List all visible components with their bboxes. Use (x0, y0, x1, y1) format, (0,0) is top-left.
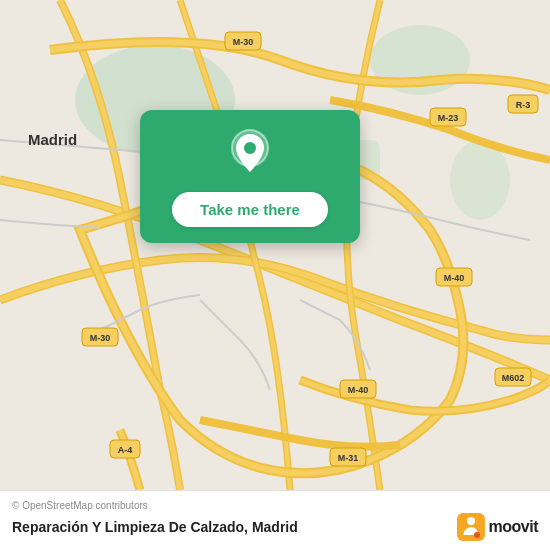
svg-point-3 (450, 140, 510, 220)
take-me-there-button[interactable]: Take me there (172, 192, 328, 227)
moovit-logo: moovit (457, 513, 538, 541)
svg-point-28 (474, 532, 480, 538)
map-attribution: © OpenStreetMap contributors (12, 500, 538, 511)
bottom-bar: © OpenStreetMap contributors Reparación … (0, 490, 550, 550)
svg-text:M-30: M-30 (90, 333, 111, 343)
location-card: Take me there (140, 110, 360, 243)
svg-text:Madrid: Madrid (28, 131, 77, 148)
svg-text:M602: M602 (502, 373, 525, 383)
svg-text:M-40: M-40 (348, 385, 369, 395)
moovit-brand-text: moovit (489, 518, 538, 536)
place-name-row: Reparación Y Limpieza De Calzado, Madrid… (12, 513, 538, 541)
svg-text:M-40: M-40 (444, 273, 465, 283)
svg-text:R-3: R-3 (516, 100, 531, 110)
svg-text:M-30: M-30 (233, 37, 254, 47)
svg-text:M-31: M-31 (338, 453, 359, 463)
place-name: Reparación Y Limpieza De Calzado, Madrid (12, 519, 298, 535)
map-container: M-30 M-23 R-3 M-30 M-40 M-40 A-4 M-31 M6… (0, 0, 550, 490)
svg-text:M-23: M-23 (438, 113, 459, 123)
svg-point-27 (467, 517, 475, 525)
map-pin-icon (224, 128, 276, 180)
svg-text:A-4: A-4 (118, 445, 133, 455)
svg-point-25 (244, 142, 256, 154)
